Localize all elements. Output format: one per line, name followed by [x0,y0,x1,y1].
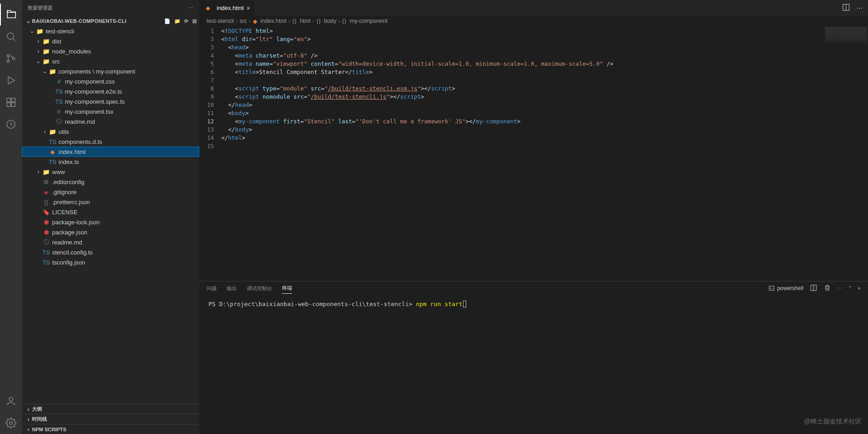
section-npm-scripts[interactable]: ›NPM SCRIPTS [22,424,199,434]
extensions-icon[interactable] [0,91,22,113]
bottom-panel: 问题 输出 调试控制台 终端 powershell ⋯ ˄ × PS D: [199,281,868,434]
file-package-json[interactable]: ⬢package.json [22,227,199,237]
settings-gear-icon[interactable] [0,412,22,434]
file-prettierrc[interactable]: {}.prettierrc.json [22,197,199,207]
new-file-icon[interactable]: 📄 [164,18,170,24]
code-content[interactable]: <!DOCTYPE html><html dir="ltr" lang="en"… [221,26,824,281]
folder-src[interactable]: ⌄📁src [22,56,199,66]
panel-tab-problems[interactable]: 问题 [207,283,217,294]
file-stencil-config[interactable]: TSstencil.config.ts [22,247,199,257]
minimap[interactable] [824,26,868,281]
file-license[interactable]: 🔖LICENSE [22,207,199,217]
panel-tab-debug[interactable]: 调试控制台 [247,283,272,294]
folder-test-stencli[interactable]: ⌄📁test-stencli [22,26,199,36]
editor[interactable]: 123456789101112131415 <!DOCTYPE html><ht… [199,26,868,281]
sidebar-more-icon[interactable]: ⋯ [189,5,194,11]
more-actions-icon[interactable]: ⋯ [857,5,863,11]
kill-terminal-icon[interactable] [824,284,831,292]
split-terminal-icon[interactable] [810,284,817,292]
project-header[interactable]: ⌄ BAIXIAOBAI-WEB-COMPONENTS-CLI 📄 📁 ⟳ ⊟ [22,16,199,26]
terminal-cursor [463,301,466,307]
svg-rect-7 [11,103,15,106]
terminal-command: npm run start [416,301,463,307]
folder-dist[interactable]: ›📁dist [22,36,199,46]
tab-label: index.html [217,5,244,11]
collapse-all-icon[interactable]: ⊟ [192,18,197,24]
run-debug-icon[interactable] [0,69,22,91]
explorer-icon[interactable] [0,4,22,26]
accounts-icon[interactable] [0,390,22,412]
folder-components-my-component[interactable]: ⌄📁components \ my-component [22,66,199,76]
terminal-content[interactable]: PS D:\project\baixiaobai-web-components-… [199,295,868,434]
new-folder-icon[interactable]: 📁 [174,18,181,24]
main-area: ◆ index.html × ⋯ test-stencli› src› ◆ind… [199,0,868,434]
file-tsconfig[interactable]: TStsconfig.json [22,257,199,267]
file-readme-md[interactable]: ⓘreadme.md [22,237,199,247]
file-tree: ⌄📁test-stencli ›📁dist ›📁node_modules ⌄📁s… [22,26,199,404]
close-tab-icon[interactable]: × [246,5,250,12]
svg-point-9 [9,397,13,401]
svg-rect-4 [7,98,11,102]
section-timeline[interactable]: ›时间线 [22,414,199,424]
maximize-panel-icon[interactable]: ˄ [849,286,852,291]
file-my-component-e2e[interactable]: TSmy-component.e2e.ts [22,86,199,96]
file-my-component-css[interactable]: #my-component.css [22,76,199,86]
search-icon[interactable] [0,26,22,48]
file-gitignore[interactable]: ◈.gitignore [22,187,199,197]
sidebar-title: 资源管理器 [27,5,53,11]
file-components-dts[interactable]: TScomponents.d.ts [22,137,199,147]
html-file-icon: ◆ [253,18,257,25]
editor-tabs: ◆ index.html × ⋯ [199,0,868,16]
panel-more-icon[interactable]: ⋯ [837,286,842,291]
line-gutter: 123456789101112131415 [199,26,221,281]
file-readme-inner[interactable]: ⓘreadme.md [22,116,199,127]
symbol-icon: ⟨⟩ [316,18,321,25]
terminal-shell-selector[interactable]: powershell [768,285,803,291]
folder-www[interactable]: ›📁www [22,167,199,177]
project-name: BAIXIAOBAI-WEB-COMPONENTS-CLI [32,18,127,24]
svg-rect-5 [11,98,15,102]
svg-rect-12 [769,286,774,290]
file-index-html[interactable]: ◆index.html [22,147,199,157]
svg-point-10 [10,422,12,424]
file-my-component-tsx[interactable]: ⚛my-component.tsx [22,106,199,116]
section-outline[interactable]: ›大纲 [22,404,199,414]
file-editorconfig[interactable]: ⚙.editorconfig [22,177,199,187]
file-my-component-spec[interactable]: TSmy-component.spec.ts [22,96,199,106]
activity-bar [0,0,22,434]
watermark: @稀土掘金技术社区 [804,418,862,426]
file-package-lock[interactable]: ⬢package-lock.json [22,217,199,227]
symbol-icon: ⟨⟩ [292,18,297,25]
terminal-prompt: PS D:\project\baixiaobai-web-components-… [208,301,416,307]
refresh-icon[interactable]: ⟳ [184,18,188,24]
symbol-icon: ⟨⟩ [342,18,346,25]
panel-tab-terminal[interactable]: 终端 [282,283,292,294]
split-editor-icon[interactable] [842,3,850,13]
html-file-icon: ◆ [204,5,212,11]
panel-tab-output[interactable]: 输出 [227,283,237,294]
svg-rect-6 [7,103,11,106]
history-icon[interactable] [0,113,22,135]
source-control-icon[interactable] [0,48,22,69]
folder-node-modules[interactable]: ›📁node_modules [22,46,199,56]
explorer-sidebar: 资源管理器 ⋯ ⌄ BAIXIAOBAI-WEB-COMPONENTS-CLI … [22,0,199,434]
tab-index-html[interactable]: ◆ index.html × [199,0,255,16]
breadcrumbs[interactable]: test-stencli› src› ◆index.html› ⟨⟩html› … [199,16,868,26]
svg-point-2 [7,60,10,63]
file-index-ts[interactable]: TSindex.ts [22,157,199,167]
close-panel-icon[interactable]: × [858,286,861,291]
svg-point-0 [7,33,14,39]
svg-point-3 [13,58,15,60]
svg-point-1 [7,55,10,57]
folder-utils[interactable]: ›📁utils [22,127,199,137]
